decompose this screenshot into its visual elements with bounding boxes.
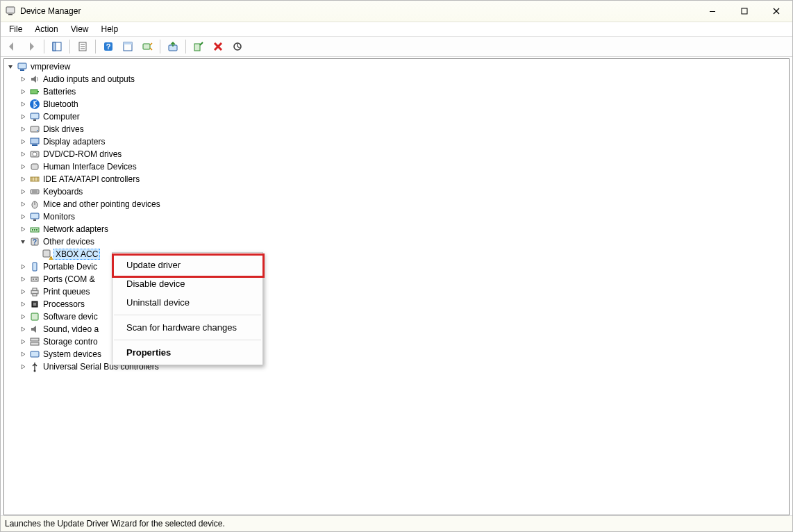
tree-label: Portable Devic [43, 262, 97, 272]
tree-label: Sound, video a [43, 324, 99, 334]
uninstall-device-button[interactable] [210, 38, 226, 55]
svg-rect-67 [31, 342, 39, 345]
back-button[interactable] [3, 38, 20, 55]
svg-rect-22 [18, 63, 26, 69]
tree-category[interactable]: ?Other devices [4, 235, 789, 248]
context-item-disable-device[interactable]: Disable device [112, 274, 262, 293]
svg-rect-62 [33, 294, 37, 296]
system-icon [29, 349, 40, 360]
tree-label: Batteries [43, 87, 76, 97]
context-separator [114, 340, 261, 340]
tree-category[interactable]: DVD/CD-ROM drives [4, 148, 789, 160]
chevron-right-icon[interactable] [19, 151, 28, 158]
tree-label: Other devices [43, 237, 94, 247]
tree-label: Bluetooth [43, 99, 78, 109]
tree-category[interactable]: Human Interface Devices [4, 160, 789, 173]
svg-rect-16 [143, 44, 150, 49]
svg-rect-7 [53, 42, 56, 51]
help-button[interactable]: ? [100, 38, 117, 55]
svg-text:?: ? [33, 238, 37, 246]
tree-category[interactable]: Batteries [4, 85, 789, 98]
port-icon [29, 274, 40, 285]
chevron-right-icon[interactable] [19, 163, 28, 170]
menu-action[interactable]: Action [29, 24, 63, 35]
action-button[interactable] [119, 38, 136, 55]
chevron-right-icon[interactable] [19, 351, 28, 358]
chevron-right-icon[interactable] [19, 276, 28, 283]
svg-rect-3 [742, 8, 747, 14]
svg-rect-46 [33, 219, 36, 221]
tree-root[interactable]: vmpreview [4, 60, 789, 73]
svg-point-69 [34, 370, 36, 372]
svg-rect-61 [33, 288, 37, 290]
chevron-down-icon[interactable] [19, 238, 28, 245]
close-button[interactable] [760, 1, 792, 22]
window-controls [696, 1, 792, 22]
tree-category[interactable]: Computer [4, 110, 789, 123]
chevron-right-icon[interactable] [19, 338, 28, 345]
show-hide-console-tree-button[interactable] [49, 38, 65, 55]
svg-point-59 [35, 279, 37, 280]
properties-button[interactable] [74, 38, 91, 55]
tree-category[interactable]: Mice and other pointing devices [4, 198, 789, 210]
tree-category[interactable]: Display adapters [4, 135, 789, 148]
context-menu: Update driverDisable deviceUninstall dev… [112, 252, 263, 365]
chevron-right-icon[interactable] [19, 76, 28, 83]
chevron-right-icon[interactable] [19, 188, 28, 195]
chevron-right-icon[interactable] [19, 301, 28, 308]
tree-label: Computer [43, 112, 80, 122]
tree-label: Disk drives [43, 124, 84, 134]
menu-help[interactable]: Help [96, 24, 124, 35]
chevron-right-icon[interactable] [19, 88, 28, 95]
context-item-uninstall-device[interactable]: Uninstall device [112, 293, 262, 312]
chevron-down-icon[interactable] [7, 63, 15, 70]
chevron-right-icon[interactable] [19, 201, 28, 208]
context-item-properties[interactable]: Properties [112, 343, 262, 362]
tree-category[interactable]: Network adapters [4, 223, 789, 235]
tree-label: Audio inputs and outputs [43, 74, 135, 84]
chevron-right-icon[interactable] [19, 176, 28, 183]
chevron-right-icon[interactable] [19, 138, 28, 145]
computer-icon [17, 61, 28, 72]
chevron-right-icon[interactable] [19, 263, 28, 270]
device-warn-icon: ! [42, 249, 53, 260]
forward-button[interactable] [23, 38, 40, 55]
chevron-right-icon[interactable] [19, 113, 28, 120]
chevron-right-icon[interactable] [19, 101, 28, 108]
svg-rect-64 [33, 303, 36, 306]
minimize-button[interactable] [696, 1, 728, 22]
chevron-right-icon[interactable] [19, 213, 28, 220]
tree-label: Storage contro [43, 337, 98, 347]
update-driver-button[interactable] [165, 38, 181, 55]
device-tree[interactable]: vmpreviewAudio inputs and outputsBatteri… [3, 58, 790, 515]
chevron-right-icon[interactable] [19, 363, 28, 370]
tree-category[interactable]: Disk drives [4, 123, 789, 135]
svg-point-58 [33, 279, 34, 280]
chevron-right-icon[interactable] [19, 288, 28, 295]
enable-device-button[interactable] [190, 38, 207, 55]
tree-category[interactable]: Keyboards [4, 185, 789, 198]
svg-rect-15 [124, 42, 132, 44]
cpu-icon [29, 299, 40, 310]
statusbar-text: Launches the Update Driver Wizard for th… [5, 519, 225, 529]
context-item-scan-for-hardware-changes[interactable]: Scan for hardware changes [112, 318, 262, 337]
chevron-right-icon[interactable] [19, 126, 28, 133]
chevron-right-icon[interactable] [19, 313, 28, 320]
chevron-right-icon[interactable] [19, 226, 28, 233]
scan-for-changes-button[interactable] [229, 38, 246, 55]
tree-category[interactable]: Audio inputs and outputs [4, 73, 789, 85]
tree-category[interactable]: Bluetooth [4, 98, 789, 110]
tree-category[interactable]: Monitors [4, 210, 789, 223]
toolbar-separator [44, 40, 44, 53]
context-item-update-driver[interactable]: Update driver [112, 256, 262, 274]
portable-icon [29, 261, 40, 272]
print-icon [29, 286, 40, 297]
tree-category[interactable]: IDE ATA/ATAPI controllers [4, 173, 789, 185]
chevron-right-icon[interactable] [19, 326, 28, 333]
menu-file[interactable]: File [3, 24, 28, 35]
toolbar-separator [95, 40, 96, 53]
maximize-button[interactable] [728, 1, 760, 22]
cdrom-icon [29, 149, 40, 160]
scan-hardware-button[interactable] [139, 38, 156, 55]
menu-view[interactable]: View [65, 24, 94, 35]
